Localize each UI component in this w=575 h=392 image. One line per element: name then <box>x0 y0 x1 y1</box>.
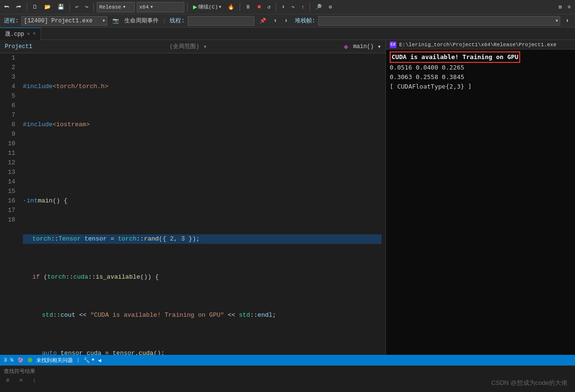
output-path: E:\lerinig_torch\Project1\x64\Release\Pr… <box>399 42 556 48</box>
output-content: CUDA is available! Training on GPU 0.051… <box>386 50 575 355</box>
step-into-button[interactable]: ⬇ <box>279 2 287 12</box>
file-tab[interactable]: 晟.cpp ✕ × <box>0 28 41 40</box>
tensor-row2: 0.3063 0.2558 0.3845 <box>390 73 464 80</box>
stack-dropdown[interactable]: ▼ <box>318 16 560 26</box>
process-dropdown[interactable]: [12400] Project1.exe ▼ <box>21 16 107 26</box>
no-issues-text: 未找到相关问题 <box>36 357 73 364</box>
sep-icon: | <box>162 18 166 24</box>
dropdown-arrow2: ▼ <box>102 19 105 23</box>
code-line-2: #include <iostream> <box>23 120 382 130</box>
restart-button[interactable]: ↺ <box>265 2 273 12</box>
diagnostics-button[interactable]: 🔎 <box>313 2 324 12</box>
bottom-panel-icons: ≡ = ⁝ <box>4 377 571 384</box>
thread-nav2-icon[interactable]: ⬇ <box>282 16 290 26</box>
code-area[interactable]: 1234 5678 9101112 13141516 1718 #include… <box>0 53 385 355</box>
output-line-4: [ CUDAFloatType{2,3} ] <box>390 82 571 91</box>
layout-button[interactable]: ⊞ <box>556 2 565 12</box>
open-icon[interactable]: 📂 <box>42 2 53 12</box>
settings-button[interactable]: ⚙ <box>326 2 334 12</box>
chevron-down-icon4: ▼ <box>378 45 381 50</box>
project-selector[interactable]: Project1 <box>5 43 32 50</box>
dropdown-arrow: ▼ <box>219 5 222 9</box>
tensor-type: [ CUDAFloatType{2,3} ] <box>390 83 472 90</box>
pause-button[interactable]: ⏸ <box>243 2 253 12</box>
thread-dropdown[interactable] <box>188 16 254 26</box>
separator5 <box>240 3 240 11</box>
redo-icon[interactable]: ⮫ <box>14 2 24 12</box>
code-line-4: ∙int main() { <box>23 196 382 206</box>
function-selector[interactable]: main() ▼ <box>353 43 381 50</box>
filter-button[interactable]: 🔧 ▼ <box>83 357 94 363</box>
process-value: [12400] Project1.exe <box>24 18 92 24</box>
output-line-2: 0.0516 0.0400 0.2265 <box>390 63 571 72</box>
code-content[interactable]: #include <torch/torch.h> #include <iostr… <box>19 53 385 355</box>
platform-dropdown[interactable]: x64 ▼ <box>137 2 184 12</box>
flame-icon: 🔥 <box>228 4 234 10</box>
dropdown-arrow5: ▼ <box>91 358 94 362</box>
more-button[interactable]: ≡ <box>565 2 573 12</box>
line-numbers: 1234 5678 9101112 13141516 1718 <box>0 53 19 355</box>
snapshot-icon[interactable]: 📷 <box>110 16 121 26</box>
separator <box>27 3 27 11</box>
tensor-row1: 0.0516 0.0400 0.2265 <box>390 64 464 71</box>
output-header: C# E:\lerinig_torch\Project1\x64\Release… <box>386 40 575 50</box>
tab-filename: 晟.cpp <box>5 30 24 38</box>
step-over-button[interactable]: ↷ <box>289 2 297 12</box>
cs-logo: C# <box>390 41 396 48</box>
redo2-icon[interactable]: ↪ <box>83 2 91 12</box>
profiler-button[interactable]: 🔥 <box>225 2 237 12</box>
zoom-level: 3 % <box>4 357 13 363</box>
debug-toolbar: 进程: [12400] Project1.exe ▼ 📷 生命周期事件 | 线程… <box>0 14 575 28</box>
chevron-down-icon2: ▼ <box>151 5 153 9</box>
scroll-left-button[interactable]: ◀ <box>98 357 101 363</box>
code-line-5: torch::Tensor tensor = torch::rand({ 2, … <box>23 234 382 244</box>
thread-nav-icon[interactable]: ⬆ <box>272 16 280 26</box>
chevron-down-icon: ▼ <box>123 5 125 9</box>
filter-icon: 🔧 <box>83 357 90 363</box>
dropdown-arrow3: ▼ <box>556 19 558 23</box>
continue-label: 继续(C) <box>198 3 218 10</box>
tab-pin-icon[interactable]: ✕ <box>27 31 30 37</box>
status-bar: 3 % 🔮 未找到相关问题 | 🔧 ▼ ◀ <box>0 355 575 365</box>
function-label: main() <box>353 43 373 50</box>
code-editor: Project1 (全局范围) ▼ ◆ main() ▼ 1234 5678 9… <box>0 40 386 355</box>
thread-label: 线程: <box>170 17 184 25</box>
separator2 <box>70 3 70 11</box>
scope-label: (全局范围) <box>170 43 199 50</box>
stack-label: 堆栈帧: <box>295 17 315 25</box>
save-icon[interactable]: 💾 <box>55 2 67 12</box>
separator4 <box>187 3 188 11</box>
undo2-icon[interactable]: ↩ <box>73 2 81 12</box>
tab-bar: 晟.cpp ✕ × <box>0 28 575 40</box>
code-line-7: std::cout << "CUDA is available! Trainin… <box>23 311 382 320</box>
process-label: 进程: <box>4 17 19 25</box>
expand-button[interactable]: ⬇ <box>563 16 571 26</box>
scope-selector[interactable]: (全局范围) ▼ <box>37 42 339 50</box>
lifecycle-label: 生命周期事件 <box>124 17 159 25</box>
symbol-results-label: 查找符号结果 <box>4 368 35 375</box>
bottom-panel: 查找符号结果 ≡ = ⁝ <box>0 365 575 389</box>
main-icon: ◆ <box>344 42 349 51</box>
play-button[interactable]: ▶ 继续(C) ▼ <box>191 2 223 12</box>
new-icon[interactable]: 🗋 <box>30 2 40 12</box>
list-icon3[interactable]: ⁝ <box>30 377 38 384</box>
stop-button[interactable]: ■ <box>255 2 263 12</box>
configuration-dropdown[interactable]: Release ▼ <box>97 2 135 12</box>
platform-label: x64 <box>139 4 149 10</box>
tab-close-icon[interactable]: × <box>33 31 36 37</box>
bottom-panel-header: 查找符号结果 <box>4 368 571 375</box>
editor-header: Project1 (全局范围) ▼ ◆ main() ▼ <box>0 40 385 53</box>
output-panel: C# E:\lerinig_torch\Project1\x64\Release… <box>386 40 575 355</box>
list-icon2[interactable]: = <box>17 377 25 384</box>
list-icon1[interactable]: ≡ <box>4 377 11 384</box>
code-line-6: if (torch::cuda::is_available()) { <box>23 272 382 282</box>
right-toolbar: ⊞ ≡ <box>556 2 573 12</box>
step-out-button[interactable]: ↑ <box>299 2 307 12</box>
thread-pin-icon[interactable]: 📌 <box>257 16 269 26</box>
separator6 <box>276 3 276 11</box>
status-icon: 🔮 <box>17 357 24 363</box>
configuration-label: Release <box>99 4 121 10</box>
separator-bar: | <box>77 357 80 363</box>
undo-icon[interactable]: ⮪ <box>2 2 12 12</box>
output-line-1: CUDA is available! Training on GPU <box>390 51 571 63</box>
